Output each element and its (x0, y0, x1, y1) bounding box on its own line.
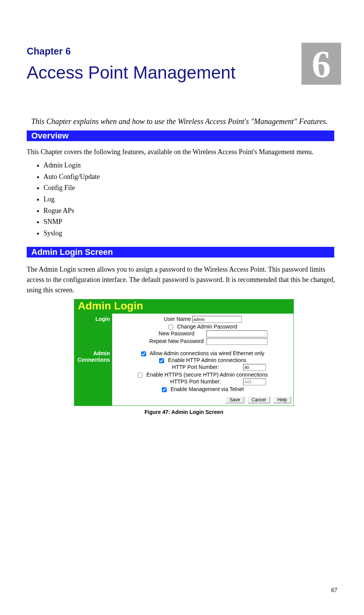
section-title-admin-login: Admin Login Screen (27, 247, 334, 258)
list-item: SNMP (43, 216, 341, 228)
figure-caption: Figure 47: Admin Login Screen (27, 409, 341, 415)
wired-only-checkbox[interactable] (141, 351, 146, 356)
telnet-enable-row: Enable Management via Telnet (115, 386, 290, 392)
https-enable-checkbox[interactable] (138, 373, 143, 378)
http-port-row: HTTP Port Number: (115, 364, 290, 371)
http-enable-checkbox[interactable] (159, 358, 164, 363)
https-enable-row: Enable HTTPS (secure HTTP) Admin connnec… (115, 372, 290, 378)
save-button[interactable]: Save (225, 396, 244, 403)
username-input[interactable] (192, 316, 242, 323)
login-section-label: Login (74, 314, 112, 348)
cancel-button[interactable]: Cancel (248, 396, 270, 403)
http-port-label: HTTP Port Number: (150, 364, 242, 370)
list-item: Rogue APs (43, 205, 341, 217)
admin-login-description: The Admin Login screen allows you to ass… (27, 264, 341, 295)
section-bar-overview: Overview (27, 130, 334, 141)
https-port-input[interactable] (243, 378, 266, 385)
overview-text: This Chapter covers the following featur… (27, 148, 341, 156)
intro-description: This Chapter explains when and how to us… (31, 117, 341, 126)
section-title-overview: Overview (27, 130, 334, 141)
new-password-input[interactable] (206, 330, 267, 337)
change-password-checkbox[interactable] (168, 325, 173, 330)
form-title: Admin Login (74, 299, 294, 314)
http-enable-label: Enable HTTP Admin connections (168, 357, 246, 363)
change-password-label: Change Admin Password (177, 324, 237, 330)
list-item: Syslog (43, 228, 341, 239)
button-row: Save Cancel Help (112, 395, 294, 406)
https-enable-label: Enable HTTPS (secure HTTP) Admin connnec… (147, 372, 268, 378)
telnet-enable-checkbox[interactable] (162, 387, 167, 392)
chapter-title: Access Point Management (27, 62, 341, 83)
list-item: Auto Config/Update (43, 171, 341, 183)
repeat-password-label: Repeat New Password (148, 338, 205, 344)
section-bar-admin-login: Admin Login Screen (27, 247, 334, 258)
repeat-password-input[interactable] (206, 338, 267, 345)
wired-only-row: Allow Admin connections via wired Ethern… (115, 350, 290, 356)
username-row: User Name (115, 316, 290, 323)
https-port-label: HTTPS Port Number: (150, 378, 242, 385)
chapter-number-badge: 6 (301, 43, 341, 85)
chapter-heading: Chapter 6 Access Point Management 6 (27, 46, 341, 83)
list-item: Admin Login (43, 160, 341, 171)
figure-admin-login: Admin Login Login User Name Change Admin… (27, 299, 341, 415)
https-port-row: HTTPS Port Number: (115, 378, 290, 385)
chapter-label: Chapter 6 (27, 46, 341, 57)
change-password-row: Change Admin Password (115, 324, 290, 330)
page-number: 67 (331, 587, 337, 594)
username-label: User Name (164, 316, 191, 322)
wired-only-label: Allow Admin connections via wired Ethern… (150, 350, 264, 356)
list-item: Log (43, 194, 341, 205)
help-button[interactable]: Help (273, 396, 291, 403)
new-password-row: New Password (115, 330, 290, 337)
list-item: Config File (43, 182, 341, 194)
admin-connections-section-label: Admin Connections (74, 348, 112, 395)
overview-bullets: Admin Login Auto Config/Update Config Fi… (43, 160, 341, 239)
repeat-password-row: Repeat New Password (115, 338, 290, 345)
http-enable-row: Enable HTTP Admin connections (115, 357, 290, 363)
http-port-input[interactable] (243, 364, 266, 371)
telnet-enable-label: Enable Management via Telnet (171, 386, 244, 392)
new-password-label: New Password (148, 330, 205, 336)
